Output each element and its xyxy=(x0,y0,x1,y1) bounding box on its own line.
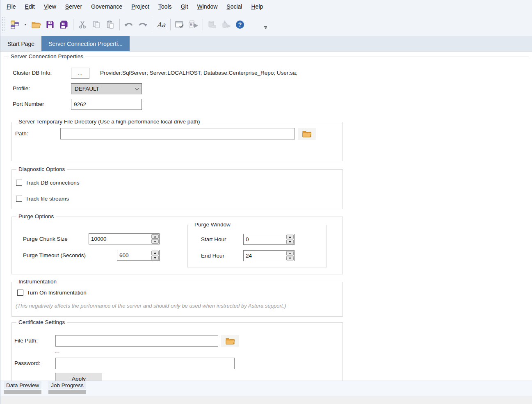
save-all-icon xyxy=(59,20,69,29)
cluster-db-info-label: Cluster DB Info: xyxy=(13,70,52,76)
overflow-caret-icon xyxy=(265,27,267,29)
database-button[interactable] xyxy=(206,18,218,31)
track-file-streams-label: Track file streams xyxy=(25,196,69,202)
apply-button[interactable]: Apply xyxy=(55,373,102,381)
browse-certificate-button[interactable] xyxy=(221,335,239,347)
tab-data-preview[interactable]: Data Preview xyxy=(4,381,41,394)
font-button[interactable]: Aa xyxy=(155,18,167,31)
tab-job-progress[interactable]: Job Progress xyxy=(48,381,86,394)
triangle-down-icon xyxy=(154,257,156,259)
toolbar-separator xyxy=(170,19,171,30)
run-button[interactable] xyxy=(187,18,200,31)
new-flow-icon xyxy=(10,20,19,29)
cut-button[interactable] xyxy=(76,18,89,31)
undo-icon xyxy=(124,20,134,29)
certificate-file-path-input[interactable] xyxy=(55,335,218,347)
toolbar-grip[interactable] xyxy=(2,17,5,32)
start-hour-label: Start Hour xyxy=(201,236,226,242)
help-button[interactable]: ? xyxy=(234,18,246,31)
start-hour-spinner xyxy=(243,234,295,245)
toolbar-separator xyxy=(152,19,152,30)
menu-window[interactable]: Window xyxy=(193,2,222,11)
purge-chunk-size-spinner xyxy=(89,233,160,244)
purge-timeout-input[interactable] xyxy=(117,250,151,260)
cluster-db-info-text: Provider:SqlServer; Server:LOCALHOST; Da… xyxy=(100,70,297,76)
redo-icon xyxy=(138,20,148,29)
spin-down-button[interactable] xyxy=(286,256,294,260)
tab-indicator-bar xyxy=(48,390,86,394)
toolbar-separator xyxy=(119,19,120,30)
purge-chunk-size-input[interactable] xyxy=(89,234,151,244)
save-all-button[interactable] xyxy=(58,18,70,31)
toolbar-overflow-button[interactable] xyxy=(264,26,267,29)
profile-value: DEFAULT xyxy=(75,86,99,92)
turn-on-instrumentation-label: Turn On Instrumentation xyxy=(27,290,87,296)
certificate-password-input[interactable] xyxy=(55,358,235,369)
menu-project[interactable]: Project xyxy=(127,2,154,11)
open-button[interactable] xyxy=(30,18,42,31)
bottom-panel-tabs: Data Preview Job Progress xyxy=(0,381,532,397)
deploy-button[interactable] xyxy=(220,18,232,31)
cluster-db-info-button[interactable]: ... xyxy=(71,68,89,79)
paste-icon xyxy=(106,20,115,29)
tab-start-page[interactable]: Start Page xyxy=(0,36,41,51)
spin-up-button[interactable] xyxy=(286,251,294,256)
undo-button[interactable] xyxy=(123,18,135,31)
spin-up-button[interactable] xyxy=(286,235,294,239)
temp-path-input[interactable] xyxy=(60,128,295,139)
menu-help[interactable]: Help xyxy=(247,2,267,11)
start-hour-input[interactable] xyxy=(244,234,286,244)
verify-button[interactable] xyxy=(174,18,186,31)
spin-up-button[interactable] xyxy=(151,234,159,239)
menu-social[interactable]: Social xyxy=(222,2,247,11)
document-tab-strip: Start Page Server Connection Properti... xyxy=(0,36,532,52)
menu-governance[interactable]: Governance xyxy=(87,2,127,11)
group-purge-options: Purge Options Purge Chunk Size Purge Tim… xyxy=(11,217,343,274)
new-document-button[interactable] xyxy=(9,18,21,31)
menu-view[interactable]: View xyxy=(39,2,61,11)
spin-up-button[interactable] xyxy=(151,251,159,255)
menu-bar: File Edit View Server Governance Project… xyxy=(0,0,532,13)
purge-options-title: Purge Options xyxy=(16,213,56,219)
new-dropdown-button[interactable] xyxy=(23,18,28,31)
svg-text:?: ? xyxy=(238,21,242,28)
redo-button[interactable] xyxy=(137,18,149,31)
purge-chunk-size-label: Purge Chunk Size xyxy=(23,236,68,242)
group-purge-window: Purge Window Start Hour End Hour xyxy=(187,225,327,267)
end-hour-label: End Hour xyxy=(201,253,224,259)
end-hour-input[interactable] xyxy=(244,251,286,261)
cut-icon xyxy=(78,20,87,29)
database-icon xyxy=(207,20,217,29)
help-icon: ? xyxy=(235,20,245,30)
menu-git[interactable]: Git xyxy=(176,2,193,11)
track-file-streams-checkbox[interactable] xyxy=(16,196,22,202)
browse-temp-path-button[interactable] xyxy=(298,128,316,140)
menu-edit[interactable]: Edit xyxy=(21,2,39,11)
paste-button[interactable] xyxy=(104,18,116,31)
port-number-input[interactable] xyxy=(71,99,142,110)
copy-button[interactable] xyxy=(90,18,103,31)
password-label: Password: xyxy=(14,360,40,366)
certificate-settings-title: Certificate Settings xyxy=(16,319,67,325)
turn-on-instrumentation-checkbox[interactable] xyxy=(17,290,23,296)
spin-down-button[interactable] xyxy=(286,240,294,244)
instrumentation-title: Instrumentation xyxy=(16,278,59,285)
caret-down-icon xyxy=(24,24,27,25)
application-window: File Edit View Server Governance Project… xyxy=(0,0,532,404)
menu-server[interactable]: Server xyxy=(61,2,87,11)
track-db-connections-checkbox[interactable] xyxy=(16,180,22,186)
tab-server-connection-properties[interactable]: Server Connection Properti... xyxy=(41,36,130,51)
menu-tools[interactable]: Tools xyxy=(154,2,176,11)
chevron-down-icon xyxy=(135,86,139,90)
diagnostic-options-title: Diagnostic Options xyxy=(16,166,67,172)
save-button[interactable] xyxy=(44,18,56,31)
group-instrumentation: Instrumentation Turn On Instrumentation … xyxy=(11,282,343,317)
toolbar-separator xyxy=(203,19,203,30)
profile-select[interactable]: DEFAULT xyxy=(71,83,142,94)
spin-down-button[interactable] xyxy=(151,239,159,244)
path-label: Path: xyxy=(15,130,28,137)
main-toolbar: Aa xyxy=(0,13,532,36)
spin-down-button[interactable] xyxy=(151,256,159,260)
menu-file[interactable]: File xyxy=(2,2,21,11)
group-certificate-settings: Certificate Settings File Path: ... Pass… xyxy=(11,322,343,381)
